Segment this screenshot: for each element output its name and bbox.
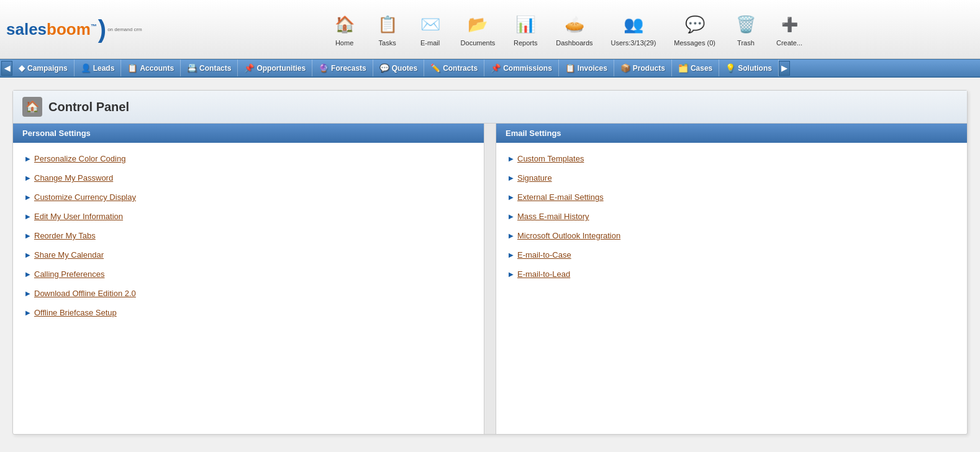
outlook-link[interactable]: Microsoft Outlook Integration <box>517 231 620 240</box>
tab-leads[interactable]: 👤 Leads <box>75 60 122 76</box>
edit-user-info-link[interactable]: Edit My User Information <box>34 212 123 221</box>
nav-tasks-label: Tasks <box>379 39 396 47</box>
tab-contacts[interactable]: 📇 Contacts <box>181 60 238 76</box>
mass-email-link[interactable]: Mass E-mail History <box>517 212 589 221</box>
nav-dashboards-label: Dashboards <box>556 39 592 47</box>
nav-home-label: Home <box>335 39 353 47</box>
logo-area: salesboom™ ) on demand crm <box>6 19 142 39</box>
nav-dashboards[interactable]: 🥧 Dashboards <box>548 9 600 50</box>
commissions-tab-icon: 📌 <box>491 63 501 73</box>
link-personalize-color: ▶ Personalize Color Coding <box>22 149 474 168</box>
custom-templates-link[interactable]: Custom Templates <box>517 154 584 163</box>
personalize-color-link[interactable]: Personalize Color Coding <box>34 154 125 163</box>
home-icon: 🏠 <box>332 12 357 37</box>
nav-create[interactable]: ➕ Create... <box>769 9 810 50</box>
offline-briefcase-link[interactable]: Offline Briefcase Setup <box>34 308 117 317</box>
tab-cases-label: Cases <box>691 64 712 73</box>
products-tab-icon: 📦 <box>620 63 630 73</box>
module-tabs: ◀ ◆ Campaigns 👤 Leads 📋 Accounts 📇 Conta… <box>0 59 980 78</box>
tab-scroll-right[interactable]: ▶ <box>779 61 790 76</box>
nav-trash[interactable]: 🗑️ Trash <box>726 9 766 50</box>
link-mass-email: ▶ Mass E-mail History <box>506 207 958 226</box>
nav-home[interactable]: 🏠 Home <box>325 9 365 50</box>
signature-link[interactable]: Signature <box>517 173 552 183</box>
logo-boom: boom <box>47 20 91 38</box>
external-email-link[interactable]: External E-mail Settings <box>517 192 604 202</box>
change-password-link[interactable]: Change My Password <box>34 173 113 183</box>
dashboards-icon: 🥧 <box>562 12 587 37</box>
customize-currency-link[interactable]: Customize Currency Display <box>34 192 136 202</box>
tab-contracts[interactable]: ✏️ Contracts <box>424 60 484 76</box>
opportunities-tab-icon: 📌 <box>244 63 254 73</box>
nav-reports[interactable]: 📊 Reports <box>506 9 545 50</box>
download-offline-link[interactable]: Download Offline Edition 2.0 <box>34 289 136 298</box>
link-change-password: ▶ Change My Password <box>22 168 474 188</box>
tab-forecasts[interactable]: 🔮 Forecasts <box>312 60 373 76</box>
tab-solutions[interactable]: 💡 Solutions <box>719 60 779 76</box>
nav-messages-label: Messages (0) <box>674 39 715 47</box>
top-bar: salesboom™ ) on demand crm 🏠 Home 📋 Task… <box>0 0 980 59</box>
logo-tagline: on demand crm <box>107 27 142 32</box>
column-divider <box>484 124 496 434</box>
nav-tasks[interactable]: 📋 Tasks <box>368 9 407 50</box>
tab-cases[interactable]: 🗂️ Cases <box>672 60 719 76</box>
users-icon: 👥 <box>621 12 646 37</box>
tab-accounts-label: Accounts <box>140 64 174 73</box>
nav-documents[interactable]: 📂 Documents <box>453 9 503 50</box>
reorder-tabs-link[interactable]: Reorder My Tabs <box>34 231 96 240</box>
quotes-tab-icon: 💬 <box>379 63 389 73</box>
email-to-lead-link[interactable]: E-mail-to-Lead <box>517 269 570 279</box>
tab-contracts-label: Contracts <box>443 64 478 73</box>
nav-create-label: Create... <box>776 39 802 47</box>
tab-products-label: Products <box>633 64 665 73</box>
tab-solutions-label: Solutions <box>738 64 772 73</box>
share-calendar-link[interactable]: Share My Calendar <box>34 250 104 260</box>
tab-opportunities-label: Opportunities <box>256 64 306 73</box>
tab-invoices[interactable]: 📋 Invoices <box>559 60 614 76</box>
tab-quotes-label: Quotes <box>392 64 417 73</box>
tab-commissions-label: Commissions <box>503 64 552 73</box>
arrow-icon: ▶ <box>25 232 30 239</box>
tasks-icon: 📋 <box>375 12 400 37</box>
tab-products[interactable]: 📦 Products <box>614 60 672 76</box>
tab-opportunities[interactable]: 📌 Opportunities <box>238 60 312 76</box>
control-panel-title: Control Panel <box>48 100 129 114</box>
link-outlook: ▶ Microsoft Outlook Integration <box>506 226 958 245</box>
arrow-icon: ▶ <box>509 271 514 278</box>
logo-sales: sales <box>6 20 47 38</box>
link-reorder-tabs: ▶ Reorder My Tabs <box>22 226 474 245</box>
link-share-calendar: ▶ Share My Calendar <box>22 245 474 264</box>
link-edit-user-info: ▶ Edit My User Information <box>22 207 474 226</box>
link-offline-briefcase: ▶ Offline Briefcase Setup <box>22 303 474 322</box>
control-panel: 🏠 Control Panel Personal Settings ▶ Pers… <box>12 90 968 435</box>
cp-header: 🏠 Control Panel <box>13 91 967 124</box>
email-to-case-link[interactable]: E-mail-to-Case <box>517 250 571 260</box>
tab-campaigns[interactable]: ◆ Campaigns <box>12 60 75 76</box>
arrow-icon: ▶ <box>509 213 514 220</box>
nav-email-label: E-mail <box>420 39 440 47</box>
personal-settings-header: Personal Settings <box>13 124 484 143</box>
tab-scroll-left[interactable]: ◀ <box>1 61 12 76</box>
trash-icon: 🗑️ <box>733 12 758 37</box>
nav-users-label: Users:3/13(29) <box>611 39 656 47</box>
tab-quotes[interactable]: 💬 Quotes <box>373 60 424 76</box>
contacts-tab-icon: 📇 <box>187 63 197 73</box>
arrow-icon: ▶ <box>25 271 30 278</box>
nav-users[interactable]: 👥 Users:3/13(29) <box>604 9 664 50</box>
tab-commissions[interactable]: 📌 Commissions <box>484 60 559 76</box>
nav-email[interactable]: ✉️ E-mail <box>411 9 450 50</box>
nav-messages[interactable]: 💬 Messages (0) <box>666 9 723 50</box>
arrow-icon: ▶ <box>509 194 514 201</box>
link-calling-prefs: ▶ Calling Preferences <box>22 264 474 284</box>
tab-contacts-label: Contacts <box>199 64 231 73</box>
control-panel-icon: 🏠 <box>22 97 42 117</box>
email-settings-header: Email Settings <box>496 124 967 143</box>
cp-body: Personal Settings ▶ Personalize Color Co… <box>13 124 967 434</box>
tab-accounts[interactable]: 📋 Accounts <box>121 60 181 76</box>
arrow-icon: ▶ <box>25 309 30 316</box>
link-customize-currency: ▶ Customize Currency Display <box>22 188 474 207</box>
arrow-icon: ▶ <box>25 155 30 162</box>
calling-prefs-link[interactable]: Calling Preferences <box>34 269 104 279</box>
forecasts-tab-icon: 🔮 <box>319 63 329 73</box>
arrow-icon: ▶ <box>509 232 514 239</box>
